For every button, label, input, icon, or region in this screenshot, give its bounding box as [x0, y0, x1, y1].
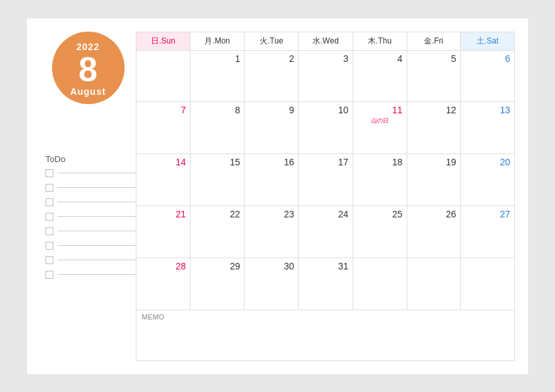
todo-item-6 — [45, 242, 136, 250]
header-tue: 火.Tue — [245, 32, 299, 50]
todo-title: ToDo — [45, 154, 136, 164]
day-cell: 23 — [245, 206, 299, 258]
day-cell — [407, 258, 461, 310]
day-cell: 5 — [407, 50, 461, 102]
day-cell: 9 — [245, 102, 299, 154]
day-cell: 13 — [461, 102, 515, 154]
day-cell: 30 — [245, 258, 299, 310]
todo-checkbox-8[interactable] — [45, 271, 53, 279]
day-cell: 27 — [461, 206, 515, 258]
todo-checkbox-4[interactable] — [45, 213, 53, 221]
month-name: August — [70, 86, 105, 97]
todo-item-3 — [45, 198, 136, 206]
todo-line-7 — [57, 260, 136, 260]
day-cell: 17 — [299, 154, 353, 206]
todo-item-2 — [45, 184, 136, 192]
day-cell: 7 — [136, 102, 190, 154]
todo-line-6 — [57, 245, 136, 246]
day-cell: 15 — [190, 154, 245, 206]
day-cell: 31 — [299, 258, 353, 310]
week-row-4: 21 22 23 24 25 26 27 — [136, 206, 515, 258]
todo-checkbox-6[interactable] — [45, 242, 53, 250]
day-cell: 19 — [407, 154, 461, 206]
header-wed: 水.Wed — [299, 32, 353, 50]
day-cell: 3 — [299, 50, 353, 102]
header-mon: 月.Mon — [190, 32, 245, 50]
day-cell: 4 — [353, 50, 407, 102]
week-row-5: 28 29 30 31 — [136, 258, 515, 310]
todo-line-4 — [57, 216, 136, 217]
todo-item-8 — [45, 271, 136, 279]
memo-cell: MEMO — [136, 310, 515, 360]
day-cell: 18 — [353, 154, 407, 206]
month-circle: 2022 8 August — [52, 32, 125, 104]
day-cell — [461, 258, 515, 310]
calendar-area: 日.Sun 月.Mon 火.Tue 水.Wed 木.Thu 金.Fri 土.Sa… — [136, 32, 515, 361]
header-sat: 土.Sat — [461, 32, 515, 50]
todo-checkbox-7[interactable] — [45, 256, 53, 264]
todo-checkbox-2[interactable] — [45, 184, 53, 192]
day-cell: 26 — [407, 206, 461, 258]
todo-item-7 — [45, 256, 136, 264]
sidebar: 2022 8 August ToDo — [40, 32, 136, 361]
day-cell: 6 — [461, 50, 515, 102]
header-sun: 日.Sun — [136, 32, 190, 50]
week-row-1: 1 2 3 4 5 6 — [136, 50, 515, 102]
todo-line-3 — [57, 202, 136, 202]
day-cell: 10 — [299, 102, 353, 154]
day-cell: 14 — [136, 154, 190, 206]
todo-checkbox-1[interactable] — [45, 169, 53, 177]
day-cell: 21 — [136, 206, 190, 258]
memo-row: MEMO — [136, 310, 515, 360]
day-cell: 28 — [136, 258, 190, 310]
day-cell: 25 — [353, 206, 407, 258]
header-thu: 木.Thu — [353, 32, 407, 50]
todo-line-5 — [57, 231, 136, 231]
day-cell — [136, 50, 190, 102]
day-cell-holiday: 11 山の日 — [353, 102, 407, 154]
todo-line-1 — [57, 173, 136, 173]
todo-line-8 — [57, 274, 136, 275]
day-cell: 22 — [190, 206, 245, 258]
todo-checkbox-3[interactable] — [45, 198, 53, 206]
todo-item-5 — [45, 227, 136, 235]
calendar-table: 日.Sun 月.Mon 火.Tue 水.Wed 木.Thu 金.Fri 土.Sa… — [136, 32, 515, 361]
day-cell: 8 — [190, 102, 245, 154]
day-cell: 20 — [461, 154, 515, 206]
day-cell: 12 — [407, 102, 461, 154]
day-cell: 24 — [299, 206, 353, 258]
todo-section: ToDo — [40, 154, 136, 285]
day-cell: 29 — [190, 258, 245, 310]
day-cell: 2 — [245, 50, 299, 102]
day-cell: 1 — [190, 50, 245, 102]
calendar-header-row: 日.Sun 月.Mon 火.Tue 水.Wed 木.Thu 金.Fri 土.Sa… — [136, 32, 515, 50]
page: 2022 8 August ToDo — [27, 18, 528, 374]
todo-line-2 — [57, 187, 136, 188]
todo-item-1 — [45, 169, 136, 177]
header-fri: 金.Fri — [407, 32, 461, 50]
week-row-3: 14 15 16 17 18 19 20 — [136, 154, 515, 206]
memo-label: MEMO — [142, 313, 164, 321]
day-cell — [353, 258, 407, 310]
month-number: 8 — [78, 52, 98, 86]
week-row-2: 7 8 9 10 11 山の日 12 13 — [136, 102, 515, 154]
day-cell: 16 — [245, 154, 299, 206]
todo-checkbox-5[interactable] — [45, 227, 53, 235]
todo-item-4 — [45, 213, 136, 221]
